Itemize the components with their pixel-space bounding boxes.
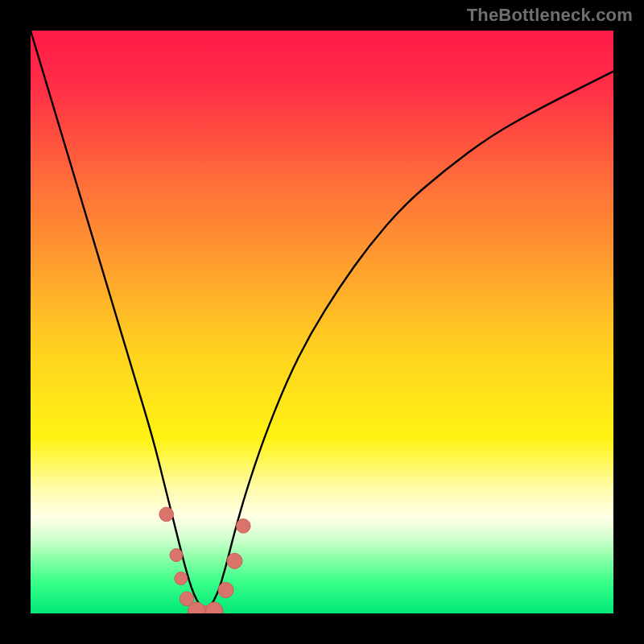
marker-dot: [170, 549, 183, 562]
marker-dot: [206, 602, 223, 613]
watermark-text: TheBottleneck.com: [467, 5, 633, 26]
bottleneck-curve: [31, 31, 613, 609]
plot-area: [31, 31, 613, 613]
marker-dot: [159, 507, 174, 522]
chart-frame: TheBottleneck.com: [0, 0, 644, 644]
marker-dot: [218, 582, 233, 597]
marker-dot: [236, 519, 250, 534]
marker-dot: [227, 553, 242, 568]
data-markers: [159, 507, 250, 613]
curve-layer: [31, 31, 613, 613]
marker-dot: [175, 572, 188, 585]
